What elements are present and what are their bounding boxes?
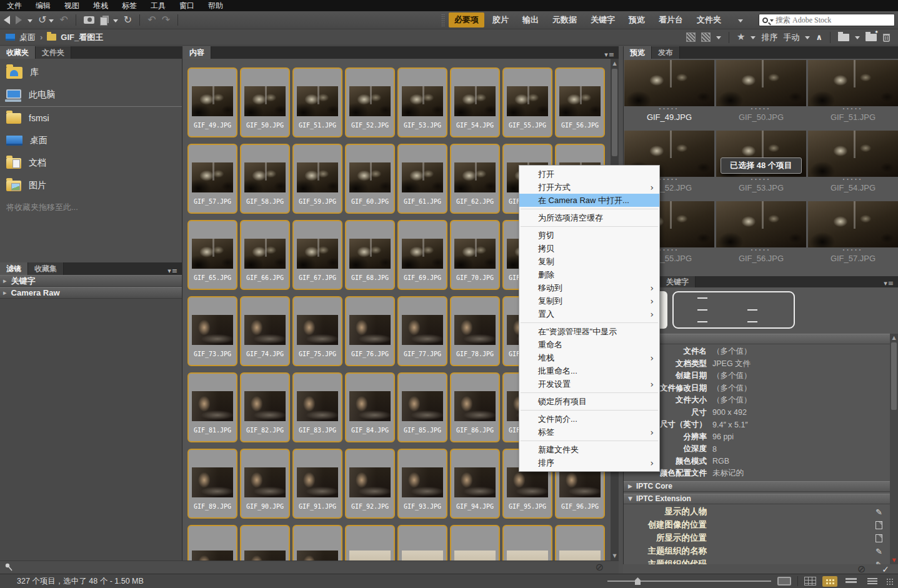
- search-scope-dropdown[interactable]: [770, 19, 774, 22]
- workspace-tab-预览[interactable]: 预览: [623, 12, 651, 27]
- panel-menu-icon[interactable]: ▾≡: [604, 51, 619, 59]
- thumbnail-cell-GIF_76.JPG[interactable]: GIF_76.JPG: [345, 296, 395, 366]
- workspace-tab-必要项[interactable]: 必要项: [449, 12, 484, 27]
- get-photos-from-camera-button[interactable]: [84, 16, 94, 24]
- thumbnail-cell-GIF_66.JPG[interactable]: GIF_66.JPG: [240, 220, 290, 290]
- context-menu-item-新建文件夹[interactable]: 新建文件夹: [519, 443, 659, 456]
- thumbnail-cell-partial[interactable]: [187, 525, 237, 561]
- properties-section-header[interactable]: 属性: [624, 334, 890, 344]
- slider-track[interactable]: [607, 581, 771, 582]
- menubar-item-1[interactable]: 编辑: [29, 0, 57, 11]
- thumbnail-cell-GIF_91.JPG[interactable]: GIF_91.JPG: [292, 449, 342, 519]
- context-menu-item-文件简介...[interactable]: 文件简介...: [519, 412, 659, 426]
- forward-button[interactable]: [16, 16, 22, 24]
- slider-thumb[interactable]: [635, 577, 641, 585]
- thumbnail-cell-partial[interactable]: [240, 525, 290, 561]
- workspace-drag-handle[interactable]: [441, 14, 444, 26]
- context-menu-item-在"资源管理器"中显示[interactable]: 在"资源管理器"中显示: [519, 325, 659, 338]
- thumbnail-cell-GIF_58.JPG[interactable]: GIF_58.JPG: [240, 144, 290, 214]
- iptc-field-显示的人物[interactable]: 显示的人物✎: [624, 506, 890, 519]
- delete-trash-button[interactable]: [882, 32, 891, 42]
- scroll-up-icon[interactable]: ▲: [890, 335, 898, 341]
- thumbnail-cell-GIF_61.JPG[interactable]: GIF_61.JPG: [397, 144, 447, 214]
- workspace-tab-胶片[interactable]: 胶片: [487, 12, 514, 27]
- menubar-item-3[interactable]: 堆栈: [86, 0, 115, 11]
- preview-cell-GIF_54.JPG[interactable]: •••••GIF_54.JPG: [808, 131, 898, 199]
- refresh-button[interactable]: ↻: [124, 15, 132, 25]
- context-menu-item-堆栈[interactable]: 堆栈›: [519, 351, 659, 364]
- back-button[interactable]: [4, 16, 10, 24]
- favorites-item-库[interactable]: 库: [0, 61, 182, 84]
- thumbnail-cell-GIF_81.JPG[interactable]: GIF_81.JPG: [187, 372, 237, 442]
- thumbnail-cell-GIF_55.JPG[interactable]: GIF_55.JPG: [502, 67, 552, 137]
- workspace-tab-关键字[interactable]: 关键字: [585, 12, 621, 27]
- thumbnail-view-button[interactable]: [822, 576, 837, 587]
- thumbnail-cell-GIF_74.JPG[interactable]: GIF_74.JPG: [240, 296, 290, 366]
- favorites-item-此电脑[interactable]: 此电脑: [0, 84, 182, 106]
- context-menu-item-排序[interactable]: 排序›: [519, 456, 659, 469]
- thumbnail-cell-GIF_62.JPG[interactable]: GIF_62.JPG: [450, 144, 500, 214]
- workspace-tab-看片台[interactable]: 看片台: [653, 12, 689, 27]
- preview-cell-GIF_49.JPG[interactable]: •••••GIF_49.JPG: [624, 60, 714, 129]
- workspace-tabs-overflow-dropdown[interactable]: [738, 19, 743, 22]
- thumbnail-cell-GIF_49.JPG[interactable]: GIF_49.JPG: [187, 67, 237, 137]
- preview-cell-GIF_51.JPG[interactable]: •••••GIF_51.JPG: [808, 60, 898, 129]
- thumbnail-cell-GIF_57.JPG[interactable]: GIF_57.JPG: [187, 144, 237, 214]
- larger-thumbnail-icon[interactable]: [777, 577, 791, 586]
- scroll-up-icon[interactable]: ▲: [611, 61, 619, 66]
- thumbnail-cell-GIF_50.JPG[interactable]: GIF_50.JPG: [240, 67, 290, 137]
- rating-dropdown[interactable]: [751, 36, 756, 39]
- thumbnail-cell-GIF_59.JPG[interactable]: GIF_59.JPG: [292, 144, 342, 214]
- menubar-item-2[interactable]: 视图: [57, 0, 86, 11]
- scrollbar-thumb[interactable]: [612, 69, 617, 156]
- breadcrumb-desktop[interactable]: 桌面: [19, 32, 36, 43]
- filter-section-Camera Raw[interactable]: ▸Camera Raw: [0, 287, 182, 299]
- thumbnail-cell-GIF_73.JPG[interactable]: GIF_73.JPG: [187, 296, 237, 366]
- thumbnail-cell-GIF_56.JPG[interactable]: GIF_56.JPG: [555, 67, 605, 137]
- thumbnail-cell-GIF_93.JPG[interactable]: GIF_93.JPG: [397, 449, 447, 519]
- tab-content[interactable]: 内容: [183, 46, 211, 59]
- favorites-item-桌面[interactable]: 桌面: [0, 129, 182, 152]
- lock-grid-view-button[interactable]: [804, 577, 816, 586]
- favorites-item-图片[interactable]: 图片: [0, 174, 182, 197]
- pencil-icon[interactable]: ✎: [876, 507, 882, 517]
- sort-ascending-toggle[interactable]: ∧: [816, 32, 822, 42]
- undo-button[interactable]: ↶: [147, 15, 156, 25]
- metadata-scrollbar[interactable]: ▲ ▼: [890, 334, 898, 564]
- context-menu-item-批重命名...[interactable]: 批重命名...: [519, 364, 659, 377]
- context-menu-item-移动到[interactable]: 移动到›: [519, 281, 659, 294]
- boomerang-icon[interactable]: ↶: [59, 15, 67, 25]
- cancel-icon[interactable]: ⊘: [857, 564, 866, 574]
- context-menu-item-删除[interactable]: 删除: [519, 268, 659, 281]
- iptc-field-主题组织的代码[interactable]: 主题组织的代码✎: [624, 558, 890, 565]
- tab-收藏夹[interactable]: 收藏夹: [0, 46, 36, 59]
- details-view-button[interactable]: [844, 576, 859, 587]
- context-menu-item-打开[interactable]: 打开: [519, 167, 659, 181]
- context-menu-item-复制到[interactable]: 复制到›: [519, 294, 659, 307]
- scroll-down-icon[interactable]: ▼: [890, 557, 898, 563]
- resize-grip-icon[interactable]: [886, 578, 893, 585]
- scroll-down-icon[interactable]: ▼: [611, 553, 619, 559]
- tab-滤镜[interactable]: 滤镜: [0, 262, 28, 275]
- thumbnail-cell-partial[interactable]: [502, 525, 552, 561]
- thumbnail-cell-partial[interactable]: [450, 525, 500, 561]
- thumbnail-cell-GIF_67.JPG[interactable]: GIF_67.JPG: [292, 220, 342, 290]
- menubar-item-7[interactable]: 帮助: [201, 0, 230, 11]
- redo-button[interactable]: ↷: [162, 15, 170, 25]
- menubar-item-6[interactable]: 窗口: [172, 0, 201, 11]
- pencil-icon[interactable]: ✎: [876, 547, 882, 556]
- page-icon[interactable]: [876, 521, 882, 529]
- workspace-tab-元数据[interactable]: 元数据: [547, 12, 582, 27]
- new-folder-button[interactable]: [866, 34, 877, 41]
- filter-section-关键字[interactable]: ▸关键字: [0, 275, 182, 287]
- thumbnail-cell-GIF_51.JPG[interactable]: GIF_51.JPG: [292, 67, 342, 137]
- apply-check-icon[interactable]: ✓: [882, 564, 889, 574]
- context-menu-item-锁定所有项目[interactable]: 锁定所有项目: [519, 395, 659, 408]
- open-folder-button[interactable]: [838, 34, 849, 41]
- open-folder-dropdown[interactable]: [855, 36, 860, 39]
- thumbnail-cell-GIF_60.JPG[interactable]: GIF_60.JPG: [345, 144, 395, 214]
- context-menu-item-剪切[interactable]: 剪切: [519, 229, 659, 242]
- thumbnail-cell-partial[interactable]: [345, 525, 395, 561]
- scrollbar-thumb[interactable]: [891, 342, 897, 410]
- context-menu-item-打开方式[interactable]: 打开方式›: [519, 181, 659, 194]
